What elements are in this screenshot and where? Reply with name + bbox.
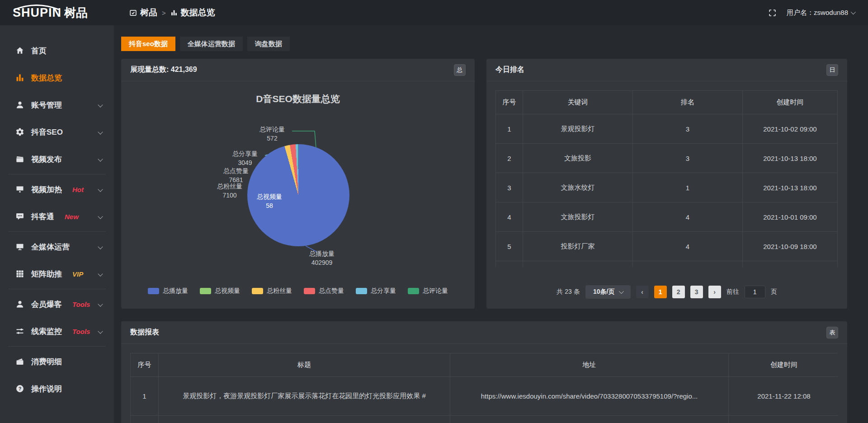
bar-chart-icon: [15, 73, 24, 82]
chevron-down-icon: [98, 244, 103, 249]
user-menu[interactable]: 用户名：zswodun88: [787, 9, 854, 17]
pie-label-plays: 总播放量 402909: [295, 249, 349, 267]
goto-page-input[interactable]: [745, 286, 765, 298]
sidebar-item-account[interactable]: 账号管理: [0, 91, 114, 118]
sidebar-item-data-overview[interactable]: 数据总览: [0, 64, 114, 91]
hot-badge: Hot: [72, 186, 84, 193]
goto-suffix-label: 页: [771, 288, 777, 296]
chevron-down-icon: [98, 329, 103, 334]
legend-swatch: [148, 288, 159, 294]
user-icon: [15, 300, 24, 309]
ranking-title: 今日排名: [495, 65, 524, 75]
chart-legend: 总播放量 总视频量 总粉丝量 总点赞量 总分享量 总评论量: [121, 287, 475, 295]
report-panel: 数据报表 表 序号 标题 地址 创建时间 1 景观投影灯，夜游景观投影灯厂家展示…: [121, 321, 847, 423]
sidebar-item-media-operation[interactable]: 全媒体运营: [0, 233, 114, 260]
table-badge-button[interactable]: 表: [826, 327, 838, 338]
sidebar-divider: [8, 289, 106, 289]
sidebar-divider: [8, 174, 106, 174]
prev-page-button[interactable]: ‹: [636, 286, 649, 298]
breadcrumb-app[interactable]: 树品: [129, 7, 157, 19]
legend-swatch: [408, 288, 419, 294]
col-header: 序号: [496, 91, 523, 114]
table-row[interactable]: 1景观投影灯32021-10-02 09:00: [496, 114, 838, 144]
vip-badge: VIP: [72, 270, 83, 278]
sidebar-item-clue-monitor[interactable]: 线索监控 Tools: [0, 318, 114, 345]
breadcrumb-separator: >: [162, 9, 166, 17]
gear-icon: [15, 127, 24, 136]
sidebar-item-video-publish[interactable]: 视频发布: [0, 146, 114, 173]
new-badge: New: [65, 213, 79, 221]
page-button-3[interactable]: 3: [690, 286, 703, 298]
tab-media-operation-data[interactable]: 全媒体运营数据: [180, 37, 243, 51]
sidebar-divider: [8, 231, 106, 232]
page-button-2[interactable]: 2: [672, 286, 685, 298]
table-row[interactable]: 1 景观投影灯，夜游景观投影灯厂家展示展示落花灯在花园里的灯光投影应用效果 # …: [131, 377, 839, 416]
chevron-down-icon: [98, 271, 103, 276]
chat-bubble-icon: [15, 212, 24, 221]
report-table: 序号 标题 地址 创建时间 1 景观投影灯，夜游景观投影灯厂家展示展示落花灯在花…: [130, 353, 838, 423]
chevron-down-icon: [98, 156, 103, 161]
sidebar-item-home[interactable]: 首页: [0, 37, 114, 64]
sidebar-item-consumption[interactable]: 消费明细: [0, 348, 114, 375]
ranking-table: 序号 关键词 排名 创建时间 1景观投影灯32021-10-02 09:00 2…: [495, 90, 838, 267]
legend-item[interactable]: 总分享量: [356, 287, 396, 295]
day-badge-button[interactable]: 日: [826, 64, 838, 76]
goto-label: 前往: [726, 288, 739, 296]
sliders-icon: [15, 327, 24, 336]
breadcrumb: 树品 > 数据总览: [129, 7, 215, 19]
chevron-down-icon: [98, 187, 103, 192]
wallet-icon: [15, 357, 24, 366]
next-page-button[interactable]: ›: [708, 286, 721, 298]
sidebar-item-douketong[interactable]: 抖客通 New: [0, 203, 114, 230]
sidebar-divider: [8, 346, 106, 347]
sidebar-item-help[interactable]: ? 操作说明: [0, 375, 114, 402]
report-title: 数据报表: [130, 328, 159, 337]
breadcrumb-page[interactable]: 数据总览: [170, 7, 215, 19]
legend-item[interactable]: 总播放量: [148, 287, 188, 295]
page-size-select[interactable]: 10条/页: [585, 285, 631, 299]
pie-label-videos: 总视频量 58: [242, 192, 297, 210]
tab-douyin-seo-data[interactable]: 抖音seo数据: [121, 37, 175, 51]
sidebar-item-douyin-seo[interactable]: 抖音SEO: [0, 118, 114, 146]
pie-label-comments: 总评论量 572: [245, 125, 299, 143]
sidebar-nav: 首页 数据总览 账号管理 抖音SEO 视频发布 视频加热 Hot: [0, 25, 114, 423]
tab-inquiry-data[interactable]: 询盘数据: [247, 37, 290, 51]
table-row[interactable]: 2文旅投影32021-10-13 18:00: [496, 144, 838, 173]
table-row-clipped: [496, 261, 838, 268]
table-row[interactable]: 3文旅水纹灯12021-10-13 18:00: [496, 173, 838, 202]
monitor-icon: [15, 242, 24, 251]
legend-item[interactable]: 总粉丝量: [252, 287, 292, 295]
col-header: 创建时间: [743, 91, 838, 114]
username-label: 用户名：zswodun88: [787, 9, 848, 17]
legend-item[interactable]: 总视频量: [200, 287, 240, 295]
video-url-link[interactable]: https://www.iesdouyin.com/share/video/70…: [450, 377, 729, 416]
sidebar-item-video-heat[interactable]: 视频加热 Hot: [0, 176, 114, 203]
pie-label-shares: 总分享量 3049: [218, 149, 272, 167]
table-row[interactable]: 4文旅投影灯42021-10-01 09:00: [496, 202, 838, 232]
tools-badge: Tools: [72, 301, 90, 308]
main-content: 抖音seo数据 全媒体运营数据 询盘数据 展现量总数: 421,369 总 D音…: [114, 25, 868, 423]
chevron-down-icon: [851, 9, 856, 14]
question-circle-icon: ?: [15, 384, 24, 393]
overview-panel: 展现量总数: 421,369 总 D音SEO数据量总览 总评论量 572: [121, 59, 475, 309]
sidebar-item-matrix-boost[interactable]: 矩阵助推 VIP: [0, 260, 114, 287]
fullscreen-icon[interactable]: [768, 9, 777, 17]
table-row[interactable]: 5投影灯厂家42021-10-09 18:00: [496, 232, 838, 261]
app-logo: SHUPIN 树品: [0, 5, 114, 21]
table-row-clipped: [131, 416, 839, 423]
sidebar-item-member-tools[interactable]: 会员爆客 Tools: [0, 291, 114, 318]
logo-text-en: SHUPIN: [13, 6, 61, 20]
user-icon: [15, 100, 24, 109]
legend-item[interactable]: 总评论量: [408, 287, 448, 295]
app-square-icon: [129, 9, 137, 17]
legend-item[interactable]: 总点赞量: [304, 287, 344, 295]
col-header: 关键词: [523, 91, 633, 114]
col-header: 序号: [131, 353, 159, 377]
total-badge-button[interactable]: 总: [454, 64, 466, 76]
legend-swatch: [304, 288, 315, 294]
page-button-1[interactable]: 1: [654, 286, 667, 298]
top-header: SHUPIN 树品 树品 > 数据总览 用户名：zswodun88: [0, 0, 868, 25]
logo-text-cn: 树品: [64, 5, 88, 21]
col-header: 标题: [159, 353, 450, 377]
display-icon: [15, 185, 24, 194]
